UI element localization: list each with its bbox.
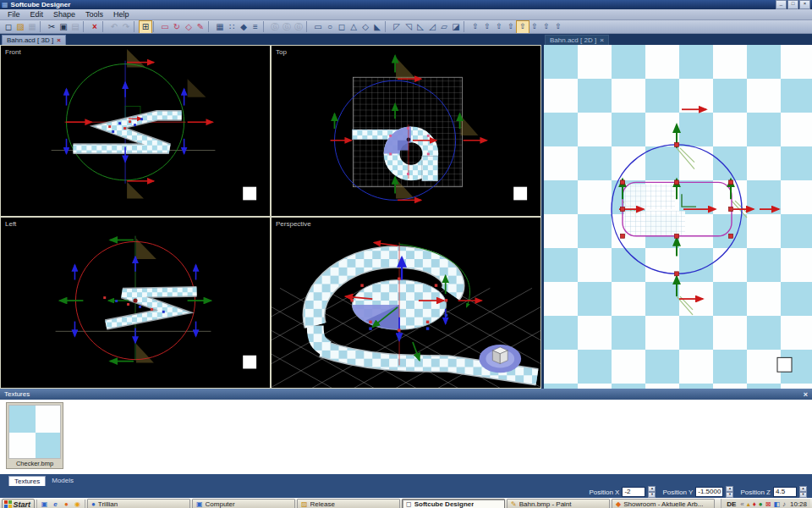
open-icon[interactable]: ▨ [14, 21, 26, 33]
language-indicator[interactable]: DE [725, 500, 738, 508]
menu-tools[interactable]: Tools [81, 10, 107, 19]
task-computer[interactable]: ▣ Computer [192, 499, 295, 508]
left-viewport[interactable]: Left [0, 217, 271, 389]
start-button[interactable]: Start [2, 499, 35, 508]
menu-edit[interactable]: Edit [26, 10, 48, 19]
rotate-shape-icon[interactable]: ↻ [171, 21, 183, 33]
spinner-down-icon[interactable]: ▼ [799, 492, 807, 498]
redo-icon[interactable]: ↷ [120, 21, 132, 33]
top-texture-slot[interactable] [513, 187, 527, 201]
task-softcube-designer[interactable]: ◻ Softcube Designer [402, 499, 505, 508]
tab-bahn-3d[interactable]: Bahn.acd [ 3D ] × [2, 35, 66, 45]
menu-file[interactable]: File [3, 10, 25, 19]
prim-box-icon[interactable]: ◻ [336, 21, 348, 33]
undo-icon[interactable]: ↶ [108, 21, 120, 33]
tray-app1-icon[interactable]: ▴ [747, 501, 750, 508]
height-4-icon[interactable]: ⇧ [505, 21, 517, 33]
browser-icon[interactable]: e [51, 500, 60, 508]
maximize-button[interactable]: □ [787, 0, 798, 9]
ramp-down-right-icon[interactable]: ◿ [426, 21, 438, 33]
task-release[interactable]: ▨ Release [297, 499, 400, 508]
tray-collapse-icon[interactable]: « [740, 501, 743, 508]
firefox-icon[interactable]: ● [62, 500, 71, 508]
new-icon[interactable]: ◻ [3, 21, 14, 33]
menu-help[interactable]: Help [109, 10, 134, 19]
tab-models[interactable]: Models [47, 476, 79, 486]
tab-textures[interactable]: Textures [8, 476, 46, 486]
panel-2d-texture-slot[interactable] [777, 357, 792, 372]
perspective-viewport-canvas[interactable] [272, 218, 540, 388]
front-viewport-canvas[interactable] [1, 46, 270, 216]
ramp-flat-icon[interactable]: ▱ [438, 21, 450, 33]
prim-wedge-icon[interactable]: ◣ [371, 21, 383, 33]
grid-toggle-icon[interactable]: ⊞ [140, 21, 151, 33]
menu-shape[interactable]: Shape [49, 10, 80, 19]
snap-grid-icon[interactable]: ∷ [226, 21, 238, 33]
cut-icon[interactable]: ✂ [46, 21, 58, 33]
panel-2d[interactable] [544, 45, 812, 389]
prim-cone-icon[interactable]: △ [348, 21, 359, 33]
left-viewport-canvas[interactable] [1, 218, 270, 388]
prim-diamond-icon[interactable]: ◇ [359, 21, 371, 33]
copy-icon[interactable]: ▣ [58, 21, 69, 33]
front-viewport[interactable]: Front [0, 45, 271, 217]
texture-item-checker[interactable]: Checker.bmp [6, 402, 63, 469]
ramp-up-right-icon[interactable]: ◹ [403, 21, 414, 33]
left-texture-slot[interactable] [243, 356, 256, 369]
prim-sphere-icon[interactable]: ○ [324, 21, 336, 33]
tray-app3-icon[interactable]: ● [759, 501, 763, 508]
position-y-input[interactable]: -1.5000 [695, 487, 723, 497]
show-desktop-icon[interactable]: ▣ [40, 500, 49, 508]
title-bar[interactable]: ▦ Softcube Designer _ □ × [0, 0, 812, 9]
paste-icon[interactable]: ▤ [69, 21, 81, 33]
panel-2d-canvas[interactable] [544, 45, 812, 389]
ramp-up-left-icon[interactable]: ◸ [391, 21, 403, 33]
media-player-icon[interactable]: ◉ [73, 500, 82, 508]
tab-close-icon[interactable]: × [600, 37, 604, 44]
position-x-spinner[interactable]: ▲ ▼ [648, 486, 656, 498]
position-x-input[interactable]: -2 [622, 487, 645, 497]
top-viewport[interactable]: Top [271, 45, 541, 217]
smooth-high-icon[interactable]: Ⓖ [293, 21, 304, 33]
spinner-down-icon[interactable]: ▼ [726, 492, 733, 498]
minimize-button[interactable]: _ [776, 0, 787, 9]
height-3-icon[interactable]: ⇧ [493, 21, 505, 33]
height-8-icon[interactable]: ⇧ [552, 21, 564, 33]
save-icon[interactable]: ▦ [26, 21, 38, 33]
textures-close-icon[interactable]: × [804, 390, 808, 399]
scale-shape-icon[interactable]: ◇ [183, 21, 195, 33]
network-icon[interactable]: ◧ [773, 501, 780, 508]
smooth-mid-icon[interactable]: Ⓖ [281, 21, 293, 33]
spinner-up-icon[interactable]: ▲ [799, 486, 807, 492]
tray-app2-icon[interactable]: ♦ [753, 501, 756, 508]
height-2-icon[interactable]: ⇧ [481, 21, 493, 33]
move-shape-icon[interactable]: ▭ [159, 21, 171, 33]
spinner-up-icon[interactable]: ▲ [648, 486, 656, 492]
close-button[interactable]: × [799, 0, 810, 9]
edit-shape-icon[interactable]: ✎ [195, 21, 206, 33]
mirror-shape-icon[interactable]: ◆ [238, 21, 250, 33]
position-z-spinner[interactable]: ▲ ▼ [799, 486, 807, 498]
taskbar-clock[interactable]: 10:28 [788, 500, 807, 508]
perspective-viewport[interactable]: Perspective [271, 217, 541, 389]
align-shape-icon[interactable]: ≡ [250, 21, 261, 33]
top-viewport-canvas[interactable] [272, 46, 540, 216]
task-trillian[interactable]: ● Trillian [87, 499, 190, 508]
tab-bahn-2d[interactable]: Bahn.acd [ 2D ] × [545, 35, 609, 45]
position-y-spinner[interactable]: ▲ ▼ [726, 486, 733, 498]
spinner-down-icon[interactable]: ▼ [648, 492, 656, 498]
task-showroom[interactable]: ◆ Showroom - Aktuelle Arb... [612, 499, 715, 508]
volume-icon[interactable]: ♪ [782, 501, 786, 508]
delete-icon[interactable]: × [89, 21, 101, 33]
prim-plane-icon[interactable]: ▭ [312, 21, 324, 33]
tray-app4-icon[interactable]: ⊠ [765, 501, 771, 508]
new-shape-icon[interactable]: ▦ [214, 21, 226, 33]
nav-cube-widget[interactable] [479, 345, 521, 373]
tab-close-icon[interactable]: × [57, 37, 61, 44]
task-paint[interactable]: ✎ Bahn.bmp - Paint [507, 499, 610, 508]
height-1-icon[interactable]: ⇧ [469, 21, 481, 33]
position-z-input[interactable]: 4.5 [773, 487, 797, 497]
height-6-icon[interactable]: ⇧ [529, 21, 540, 33]
height-5-icon[interactable]: ⇧ [517, 21, 529, 33]
ramp-down-left-icon[interactable]: ◺ [414, 21, 426, 33]
